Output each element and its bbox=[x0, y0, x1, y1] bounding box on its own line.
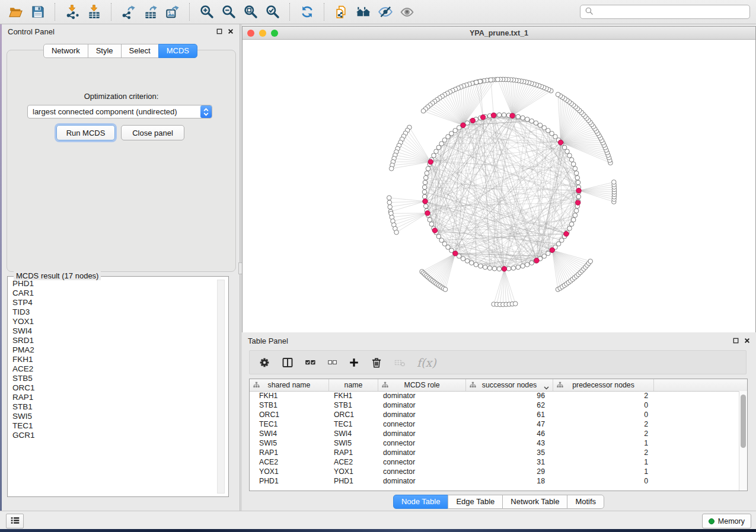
table-cell: SWI4 bbox=[329, 430, 378, 438]
export-network-icon[interactable] bbox=[119, 2, 138, 21]
float-table-panel-icon[interactable] bbox=[733, 336, 739, 345]
tab-network[interactable]: Network bbox=[43, 44, 88, 58]
import-table-icon[interactable] bbox=[84, 2, 104, 21]
table-row[interactable]: SWI4SWI4dominator462 bbox=[250, 429, 739, 438]
delete-table-icon bbox=[394, 357, 406, 368]
split-columns-icon[interactable] bbox=[282, 357, 294, 368]
mcds-result-item[interactable]: PHD1 bbox=[12, 279, 216, 289]
mcds-result-item[interactable]: GCR1 bbox=[12, 431, 216, 440]
table-cell: FKH1 bbox=[250, 392, 329, 400]
network-window-titlebar[interactable]: YPA_prune.txt_1 bbox=[243, 27, 755, 40]
zoom-fit-icon[interactable] bbox=[241, 2, 260, 21]
tab-style[interactable]: Style bbox=[88, 44, 122, 58]
refresh-icon[interactable] bbox=[297, 2, 317, 21]
first-neighbors-icon[interactable] bbox=[353, 2, 373, 21]
mcds-result-item[interactable]: STB1 bbox=[12, 402, 216, 412]
close-panel-button[interactable]: Close panel bbox=[121, 125, 184, 140]
zoom-in-icon[interactable] bbox=[197, 2, 216, 21]
run-mcds-button[interactable]: Run MCDS bbox=[56, 125, 115, 140]
mcds-result-item[interactable]: ACE2 bbox=[12, 364, 216, 374]
column-header-MCDS-role[interactable]: MCDS role bbox=[378, 379, 466, 391]
mcds-result-item[interactable]: SWI4 bbox=[12, 326, 216, 336]
import-network-icon[interactable] bbox=[62, 2, 82, 21]
table-cell: 1 bbox=[553, 439, 654, 447]
mcds-result-item[interactable]: TID3 bbox=[12, 307, 216, 317]
column-header-successor-nodes[interactable]: successor nodes bbox=[466, 379, 553, 391]
tab-motifs[interactable]: Motifs bbox=[567, 495, 604, 509]
table-scrollbar[interactable] bbox=[739, 391, 747, 491]
show-panels-button[interactable] bbox=[6, 514, 24, 528]
table-row[interactable]: STB1STB1dominator620 bbox=[250, 400, 739, 410]
close-table-panel-icon[interactable] bbox=[744, 336, 750, 345]
mcds-result-item[interactable]: CAR1 bbox=[12, 289, 216, 298]
network-graph bbox=[243, 40, 755, 332]
table-cell: FKH1 bbox=[329, 392, 378, 400]
table-row[interactable]: PHD1PHD1dominator180 bbox=[250, 476, 739, 486]
zoom-out-icon[interactable] bbox=[219, 2, 238, 21]
table-cell: dominator bbox=[378, 401, 466, 409]
memory-button[interactable]: Memory bbox=[702, 514, 751, 528]
tab-select[interactable]: Select bbox=[121, 44, 159, 58]
export-table-icon[interactable] bbox=[141, 2, 160, 21]
table-row[interactable]: FKH1FKH1dominator962 bbox=[250, 391, 739, 400]
mcds-result-scrollbar[interactable] bbox=[217, 280, 225, 493]
optimization-criterion-select[interactable]: largest connected component (undirected) bbox=[27, 105, 212, 118]
tab-node-table[interactable]: Node Table bbox=[393, 495, 449, 509]
table-toolbar: f(x) bbox=[249, 350, 747, 374]
table-row[interactable]: RAP1RAP1dominator352 bbox=[250, 448, 739, 457]
add-column-icon[interactable] bbox=[349, 357, 359, 368]
column-header-filler bbox=[654, 379, 747, 391]
table-cell: connector bbox=[378, 458, 466, 466]
mcds-result-item[interactable]: RAP1 bbox=[12, 393, 216, 402]
tab-mcds[interactable]: MCDS bbox=[158, 44, 197, 58]
table-row[interactable]: YOX1YOX1connector291 bbox=[250, 467, 739, 476]
hide-selected-icon[interactable] bbox=[375, 2, 395, 21]
table-cell: PHD1 bbox=[250, 477, 329, 485]
mcds-result-item[interactable]: SRD1 bbox=[12, 336, 216, 345]
network-canvas[interactable] bbox=[243, 40, 755, 332]
table-cell: RAP1 bbox=[250, 448, 329, 457]
mcds-result-item[interactable]: ORC1 bbox=[12, 383, 216, 393]
column-header-shared-name[interactable]: shared name bbox=[250, 379, 329, 391]
table-cell: PHD1 bbox=[329, 477, 378, 485]
table-cell: TEC1 bbox=[250, 420, 329, 428]
mcds-result-item[interactable]: TEC1 bbox=[12, 421, 216, 431]
tab-edge-table[interactable]: Edge Table bbox=[448, 495, 503, 509]
search-input[interactable] bbox=[596, 7, 745, 17]
sort-indicator-icon bbox=[544, 383, 549, 392]
mcds-result-item[interactable]: PMA2 bbox=[12, 345, 216, 355]
export-image-icon[interactable] bbox=[162, 2, 182, 21]
select-all-columns-icon[interactable] bbox=[305, 357, 316, 368]
unselect-all-columns-icon[interactable] bbox=[327, 357, 337, 367]
save-icon[interactable] bbox=[28, 2, 47, 21]
table-cell: dominator bbox=[378, 448, 466, 457]
table-cell: YOX1 bbox=[329, 467, 378, 476]
table-row[interactable]: SWI5SWI5connector431 bbox=[250, 438, 739, 448]
duplicate-network-icon[interactable] bbox=[331, 2, 351, 21]
table-scrollbar-thumb[interactable] bbox=[741, 395, 746, 448]
table-row[interactable]: ACE2ACE2connector311 bbox=[250, 457, 739, 467]
table-row[interactable]: ORC1ORC1dominator610 bbox=[250, 410, 739, 419]
mcds-result-list[interactable]: PHD1CAR1STP4TID3YOX1SWI4SRD1PMA2FKH1ACE2… bbox=[9, 279, 216, 494]
column-header-predecessor-nodes[interactable]: predecessor nodes bbox=[553, 379, 654, 391]
delete-column-icon[interactable] bbox=[371, 357, 382, 368]
column-header-name[interactable]: name bbox=[329, 379, 378, 391]
search-box[interactable] bbox=[580, 5, 750, 19]
mcds-result-item[interactable]: FKH1 bbox=[12, 355, 216, 364]
close-panel-icon[interactable] bbox=[228, 27, 234, 36]
float-panel-icon[interactable] bbox=[216, 27, 222, 36]
open-folder-icon[interactable] bbox=[6, 2, 25, 21]
tab-network-table[interactable]: Network Table bbox=[502, 495, 567, 509]
table-cell: 2 bbox=[553, 448, 654, 457]
mcds-result-item[interactable]: SWI5 bbox=[12, 412, 216, 421]
show-all-icon[interactable] bbox=[397, 2, 417, 21]
mcds-result-item[interactable]: STP4 bbox=[12, 298, 216, 307]
table-cell: dominator bbox=[378, 430, 466, 438]
table-row[interactable]: TEC1TEC1connector472 bbox=[250, 419, 739, 429]
toolbar-separator bbox=[324, 3, 324, 21]
mcds-result-item[interactable]: YOX1 bbox=[12, 317, 216, 326]
mcds-result-item[interactable]: STB5 bbox=[12, 374, 216, 383]
zoom-selected-icon[interactable] bbox=[263, 2, 282, 21]
table-cell: 2 bbox=[553, 430, 654, 438]
settings-icon[interactable] bbox=[259, 357, 270, 368]
